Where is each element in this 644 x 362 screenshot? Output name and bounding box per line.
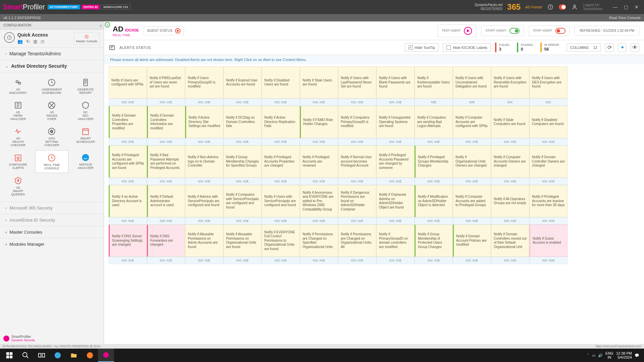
alert-card[interactable]: Notify if Computers with ServicePrincipa… <box>223 185 262 217</box>
alert-card[interactable]: Notify if Users PrimaryGroupID is modifi… <box>185 66 223 99</box>
alert-card[interactable]: Notify if Disabled Computers are found <box>529 106 568 138</box>
tray-volume-icon[interactable]: 🔊 <box>598 353 603 358</box>
alert-card[interactable]: Notify if Computers PrimaryGroupID is mo… <box>338 106 376 138</box>
search-button[interactable] <box>17 349 34 362</box>
filter-icon[interactable]: ✦ <box>618 43 627 52</box>
alert-card[interactable]: Notify if Users with DES Encryption are … <box>529 66 568 99</box>
tool-dc-sec-analyzer[interactable]: DCSECANALYZER <box>69 98 102 124</box>
tool-ad-health-checker[interactable]: ADHEALTHCHECKER <box>1 124 35 150</box>
alert-card[interactable]: Notify if Abusable Permissions on Admin … <box>185 225 223 257</box>
alert-card[interactable]: Notify if Unsupported Operating Systems … <box>376 106 415 138</box>
alert-card[interactable]: Notify if Privileged Accounts Password a… <box>376 145 415 178</box>
alert-card[interactable]: Notify if Users with ServicePrincipals a… <box>262 185 300 217</box>
alert-card[interactable]: Notify if Organizational Units Owners ar… <box>453 145 491 178</box>
smartprofiler-task-icon[interactable] <box>98 349 114 362</box>
alert-card[interactable]: Notify if Guest Account is enabled <box>529 225 568 257</box>
alert-card[interactable]: Notify if Domain Controller Owners are c… <box>529 145 568 178</box>
master-console-button[interactable]: ♔ Master Console <box>74 32 100 45</box>
alert-card[interactable]: Notify if Users with LastPassword Never … <box>338 66 376 99</box>
alert-card[interactable]: Notify if Normal User account becomes Pr… <box>338 145 376 178</box>
alert-card[interactable]: Notify if DNS Forwarders are changed <box>147 225 185 257</box>
alert-card[interactable]: Notify if Group Membership Changes for S… <box>223 145 262 178</box>
alert-card[interactable]: Notify if DNS Server Scavenging Settings… <box>109 225 147 257</box>
power-toggle[interactable] <box>559 3 566 11</box>
sidebar-collapse-icon[interactable]: ‹ <box>100 23 102 28</box>
window-maximize[interactable]: ▢ <box>621 3 631 11</box>
alert-card[interactable]: Notify if Users with Reversible Encrypti… <box>491 66 529 99</box>
nav-ad-security[interactable]: ⌄ Active Directory Security <box>0 60 104 72</box>
qa-users-icon[interactable]: 👥 <box>17 39 23 44</box>
alert-card[interactable]: Notify if an Active Directory Account is… <box>109 185 147 217</box>
view-icon[interactable]: 👁 <box>631 43 639 52</box>
alert-card[interactable]: Notify if Privileged Accounts are inacti… <box>529 185 568 217</box>
qa-db-icon[interactable]: ▥ <box>33 39 37 44</box>
taskview-button[interactable] <box>34 349 50 362</box>
alert-card[interactable]: Notify if Admins with ServicePrincipals … <box>185 185 223 217</box>
alert-card[interactable]: Notify if Permissions are Changed on Org… <box>338 225 376 257</box>
stop-agent-button[interactable]: STOP AGENT <box>529 25 570 36</box>
alert-card[interactable]: Notify if Bad Password Attempts are perf… <box>147 145 185 178</box>
alert-card[interactable]: Notify if Domain Account Policies are mo… <box>453 225 491 257</box>
nav-master-consoles[interactable]: ›Master Consoles <box>0 226 104 238</box>
nav-manage-tenants[interactable]: › Manage Tenants/Admins <box>0 48 104 60</box>
alert-card[interactable]: Notify if Disabled Users are found <box>262 66 300 99</box>
alert-card[interactable]: Notify if Active Directory Site Settings… <box>185 106 223 138</box>
tool-ad-discovery[interactable]: ADDISCOVERY <box>1 75 35 98</box>
alert-card[interactable]: Notify if Domain Controllers Properties … <box>109 106 147 138</box>
tool-ad-perm-analyzer[interactable]: ADPERMANALYZER <box>1 98 35 124</box>
nav-azure-security[interactable]: ›Azure/Entra ID Security <box>0 214 104 226</box>
alert-card[interactable]: Notify if Privileged Accounts Properties… <box>262 145 300 178</box>
alert-card[interactable]: Notify if Non-Admins logs on to Domain C… <box>185 145 223 178</box>
alert-card[interactable]: Notify if FSMO Role Holder Changes <box>300 106 338 138</box>
alert-card[interactable]: Notify if Computer Accounts are configur… <box>453 106 491 138</box>
columns-selector[interactable]: COLUMNS 12 <box>567 44 601 52</box>
tool-ad-smart-queries[interactable]: ?ADSMARTQUERIES <box>1 173 35 199</box>
ie-icon[interactable] <box>50 349 66 362</box>
alert-card[interactable]: Notify if Users with Unconstrained Deleg… <box>453 66 491 99</box>
badge-m365[interactable]: M365/AZURE CIS <box>101 4 130 10</box>
alert-card[interactable]: Notify if Users with Blank Passwords are… <box>376 66 415 99</box>
alert-card[interactable]: Notify if Expired User Accounts are foun… <box>223 66 262 99</box>
alert-card[interactable]: Notify if Domain Controllers moved out o… <box>491 225 529 257</box>
test-agent-button[interactable]: TEST AGENT <box>438 24 477 37</box>
alert-card[interactable]: Notify if Privileged Accounts are config… <box>109 145 147 178</box>
nav-modules-manager[interactable]: ›Modules Manager <box>0 238 104 250</box>
alert-card[interactable]: Notify if Computers are sending Bad Logo… <box>415 106 453 138</box>
alert-card[interactable]: Notify if PWDLastSet of Users are never … <box>147 66 185 99</box>
qa-refresh-icon[interactable]: ↻ <box>26 39 30 44</box>
window-close[interactable]: ✕ <box>632 3 641 11</box>
explorer-icon[interactable] <box>66 349 82 362</box>
tray-chevron-icon[interactable]: ˄ <box>587 353 589 358</box>
tool-nist-cis-analyzer[interactable]: NIST/CISANALYZER <box>69 150 102 173</box>
alert-card[interactable]: Notify if DCDiag on Domain Controllers f… <box>223 106 262 138</box>
alert-card[interactable]: Notify if Computer Accounts are added to… <box>453 185 491 217</box>
tool-smart-scheduler[interactable]: SMARTSCHEDULER <box>69 124 102 150</box>
alert-card[interactable]: Notify if EVERYONE Full Control Permissi… <box>262 225 300 257</box>
alert-card[interactable]: Notify if Users are configured with SPNs <box>109 66 147 99</box>
alert-card[interactable]: Notify if Abusable Permissions on Organi… <box>223 225 262 257</box>
badge-entra[interactable]: ENTRA ID <box>82 5 100 9</box>
user-icon[interactable] <box>571 3 578 11</box>
tool-real-time-console[interactable]: REAL-TIMECONSOLE <box>35 150 69 173</box>
tool-configure-alerts[interactable]: CONFIGUREALERTS <box>1 150 35 173</box>
hide-labels-checkbox[interactable]: Hide IOC/IOE Labels <box>443 43 491 52</box>
alert-card[interactable]: Notify if Group Membership of Protected … <box>415 225 453 257</box>
history-icon[interactable] <box>547 3 554 11</box>
firefox-icon[interactable] <box>82 349 98 362</box>
alert-card[interactable]: Notify if Stale Computers are found <box>491 106 529 138</box>
alert-card[interactable]: Notify if Domain Controllers Information… <box>147 106 185 138</box>
alert-card[interactable]: Notify if Orphaned Admins on AdminSDHold… <box>376 185 415 217</box>
alert-card[interactable]: Notify if Dangerous Permissions are foun… <box>338 185 376 217</box>
alert-card[interactable]: Notify if Active Directory Replication F… <box>262 106 300 138</box>
nav-m365-security[interactable]: ›Microsoft 365 Security <box>0 202 104 214</box>
alert-card[interactable]: Notify if All Operators Groups are not e… <box>491 185 529 217</box>
alert-card[interactable]: Notify if Computer Accounts Owners are c… <box>491 145 529 178</box>
alert-card[interactable]: Notify if Default Administrator account … <box>147 185 185 217</box>
qa-clock-icon[interactable]: ◷ <box>41 39 44 44</box>
alert-card[interactable]: Notify if Privileged Accounts are rename… <box>300 145 338 178</box>
alert-card[interactable]: Notify if Modification on AdminSDHolder … <box>415 185 453 217</box>
badge-ad[interactable]: ACTIVEDIRECTORY <box>48 5 80 9</box>
alert-card[interactable]: Notify if Permissions are Changed on Spe… <box>300 225 338 257</box>
alert-card[interactable]: Notify if Stale Users are found <box>300 66 338 99</box>
tool-gpo-setting-checker[interactable]: GGPOSETTINGCHECKER <box>35 124 69 150</box>
